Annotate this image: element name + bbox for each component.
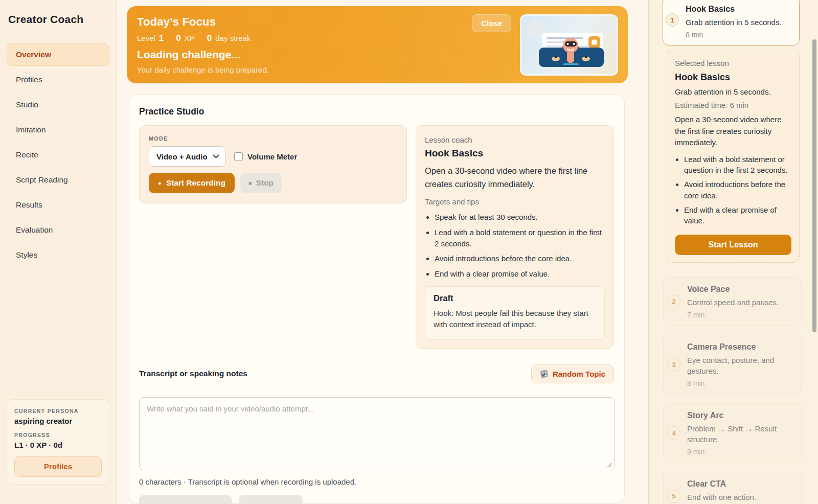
volume-meter-checkbox[interactable]	[234, 152, 243, 161]
mode-label: MODE	[149, 135, 397, 142]
practice-studio-title: Practice Studio	[139, 106, 614, 117]
selected-lesson-subtitle: Grab attention in 5 seconds.	[675, 87, 791, 96]
resize-handle-icon[interactable]	[607, 463, 612, 468]
start-recording-button[interactable]: ● Start Recording	[149, 173, 235, 193]
bullet-item: End with a clear promise of value.	[684, 204, 791, 227]
creator-illustration-svg	[521, 16, 617, 74]
lesson-card-clear-cta[interactable]: 5 Clear CTA End with one action. 5 min	[663, 472, 802, 504]
lesson-description: Grab attention in 5 seconds.	[686, 17, 793, 28]
lesson-duration: 9 min	[687, 448, 796, 456]
draft-label: Draft	[434, 293, 596, 303]
progress-value: L1 · 0 XP · 0d	[14, 441, 102, 449]
record-dot-icon: ●	[158, 180, 162, 186]
stop-label: Stop	[256, 178, 274, 188]
lesson-coach-description: Open a 30-second video where the first l…	[425, 165, 605, 191]
sidebar-item-profiles[interactable]: Profiles	[7, 68, 109, 91]
sidebar-item-results[interactable]: Results	[7, 194, 109, 216]
tip-item: Avoid introductions before the core idea…	[435, 253, 605, 264]
selected-lesson-estimated-time: Estimated time: 6 min	[675, 101, 791, 109]
lesson-title: Voice Pace	[687, 285, 796, 294]
transcript-textarea[interactable]	[139, 397, 615, 470]
dice-icon	[540, 370, 549, 378]
cut-off-button-2[interactable]	[239, 495, 303, 504]
streak-value: 0	[207, 33, 212, 43]
selected-lesson-description: Open a 30-second video where the first l…	[675, 114, 791, 149]
sidebar-item-script-reading[interactable]: Script Reading	[7, 169, 109, 191]
lesson-title: Camera Presence	[687, 342, 796, 352]
lesson-description: Problem → Shift → Result structure.	[687, 423, 796, 445]
lesson-card-story-arc[interactable]: 4 Story Arc Problem → Shift → Result str…	[663, 403, 802, 463]
lesson-title: Clear CTA	[687, 479, 796, 489]
lesson-title: Story Arc	[687, 411, 796, 420]
progress-label: PROGRESS	[14, 432, 102, 438]
lesson-description: End with one action.	[687, 492, 796, 502]
current-persona-card: CURRENT PERSONA aspiring creator PROGRES…	[7, 399, 109, 485]
mode-select-value: Video + Audio	[156, 152, 208, 161]
selected-lesson-kicker: Selected lesson	[675, 59, 791, 67]
random-topic-label: Random Topic	[553, 370, 605, 378]
volume-meter-label: Volume Meter	[247, 152, 297, 161]
start-recording-label: Start Recording	[166, 178, 225, 188]
sidebar-item-imitation[interactable]: Imitation	[7, 119, 109, 141]
tip-item: End with a clear promise of value.	[435, 268, 605, 280]
creator-illustration	[520, 14, 618, 76]
current-persona-name: aspiring creator	[14, 417, 102, 425]
draft-text: Hook: Most people fail this because they…	[434, 308, 596, 331]
sidebar-item-evaluation[interactable]: Evaluation	[7, 219, 109, 241]
selected-lesson-panel: Selected lesson Hook Basics Grab attenti…	[667, 50, 800, 263]
lesson-number-badge: 4	[667, 426, 680, 440]
transcript-label: Transcript or speaking notes	[139, 369, 247, 378]
lesson-description: Control speed and pauses.	[687, 297, 796, 308]
chevron-down-icon	[213, 154, 219, 158]
start-lesson-button[interactable]: Start Lesson	[675, 235, 791, 255]
cut-off-button-1[interactable]	[139, 495, 232, 504]
lesson-coach-title: Hook Basics	[425, 148, 605, 159]
draft-box: Draft Hook: Most people fail this becaus…	[425, 286, 605, 340]
main-content: Today’s Focus Level 1 0 XP 0 day streak …	[117, 0, 648, 504]
xp-value: 0	[176, 33, 180, 43]
lesson-description: Eye contact, posture, and gestures.	[687, 355, 796, 376]
targets-tips-list: Speak for at least 30 seconds. Lead with…	[425, 212, 605, 280]
lesson-coach-kicker: Lesson coach	[425, 135, 605, 144]
lesson-title: Hook Basics	[686, 5, 793, 14]
current-persona-label: CURRENT PERSONA	[14, 408, 102, 414]
sidebar-item-studio[interactable]: Studio	[7, 94, 109, 116]
upcoming-lessons-list: 2 Voice Pace Control speed and pauses. 7…	[668, 277, 818, 504]
random-topic-button[interactable]: Random Topic	[531, 364, 614, 383]
level-label: Level	[137, 34, 155, 42]
lesson-number-badge: 5	[667, 490, 680, 503]
tip-item: Lead with a bold statement or question i…	[435, 227, 605, 249]
practice-studio-card: Practice Studio MODE Video + Audio Volum…	[129, 95, 625, 503]
stop-button[interactable]: ■ Stop	[240, 173, 282, 193]
profiles-button[interactable]: Profiles	[14, 456, 102, 477]
sidebar-item-recite[interactable]: Recite	[7, 144, 109, 166]
bullet-item: Avoid introductions before the core idea…	[684, 179, 791, 201]
sidebar-nav: Overview Profiles Studio Imitation Recit…	[7, 43, 109, 269]
lesson-coach-panel: Lesson coach Hook Basics Open a 30-secon…	[416, 125, 614, 349]
xp-label: XP	[185, 34, 195, 42]
lesson-card-hook-basics[interactable]: 1 Hook Basics Grab attention in 5 second…	[663, 0, 800, 45]
streak-label: day streak	[215, 34, 251, 42]
level-value: 1	[159, 33, 164, 43]
todays-focus-banner: Today’s Focus Level 1 0 XP 0 day streak …	[127, 6, 628, 83]
sidebar-item-overview[interactable]: Overview	[7, 43, 109, 66]
targets-tips-label: Targets and tips	[425, 197, 605, 206]
lesson-number-badge: 2	[667, 295, 680, 308]
scrollbar-thumb[interactable]	[812, 39, 816, 332]
lesson-card-voice-pace[interactable]: 2 Voice Pace Control speed and pauses. 7…	[663, 277, 802, 326]
sidebar: Creator Coach Overview Profiles Studio I…	[0, 0, 117, 504]
bullet-item: Lead with a bold statement or question i…	[684, 154, 791, 176]
app-title: Creator Coach	[8, 13, 108, 26]
sidebar-divider	[8, 35, 108, 35]
lesson-number-badge: 1	[666, 13, 679, 27]
mode-box: MODE Video + Audio Volume Meter	[139, 125, 407, 203]
mode-select[interactable]: Video + Audio	[149, 146, 226, 167]
sidebar-item-styles[interactable]: Styles	[7, 244, 109, 266]
close-button[interactable]: Close	[472, 14, 511, 32]
lesson-card-camera-presence[interactable]: 3 Camera Presence Eye contact, posture, …	[663, 335, 802, 394]
lesson-duration: 6 min	[686, 31, 793, 39]
lesson-number-badge: 3	[667, 358, 680, 371]
selected-lesson-bullets: Lead with a bold statement or question i…	[675, 154, 791, 227]
lesson-duration: 8 min	[687, 379, 796, 387]
stop-square-icon: ■	[248, 180, 252, 186]
